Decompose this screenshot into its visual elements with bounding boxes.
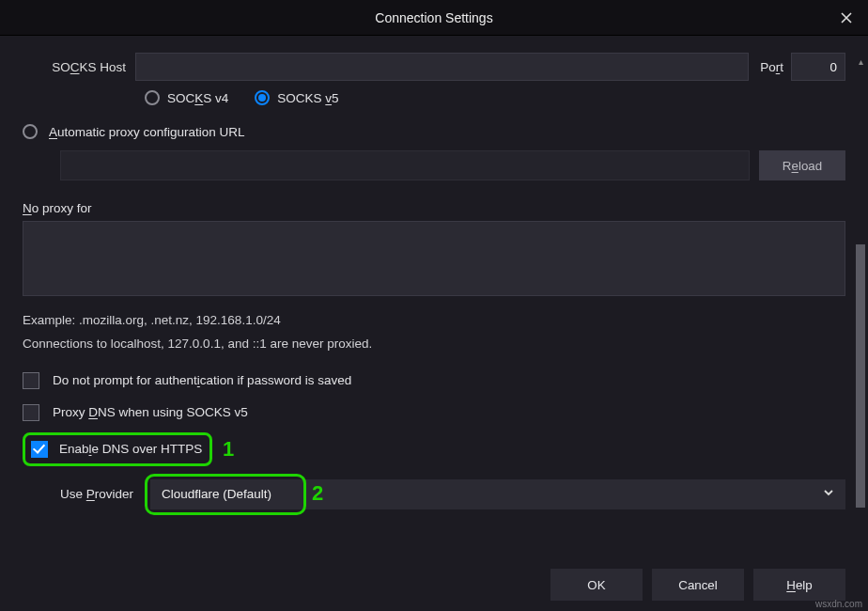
no-proxy-textarea[interactable] bbox=[23, 221, 845, 296]
annotation-2: 2 bbox=[312, 481, 323, 506]
titlebar: Connection Settings bbox=[0, 0, 868, 36]
help-button[interactable]: Help bbox=[753, 569, 845, 601]
provider-value: Cloudflare (Default) bbox=[162, 487, 271, 501]
annotation-1-box: Enable DNS over HTTPS 1 bbox=[23, 432, 212, 466]
socks-v5-radio[interactable]: SOCKS v5 bbox=[255, 90, 338, 105]
ok-button[interactable]: OK bbox=[550, 569, 643, 601]
socks-host-label: SOCKS Host bbox=[23, 60, 135, 74]
no-proxy-label: No proxy for bbox=[23, 201, 845, 215]
auto-config-radio[interactable]: Automatic proxy configuration URL bbox=[23, 124, 845, 139]
socks-port-input[interactable] bbox=[791, 53, 845, 81]
no-prompt-label: Do not prompt for authentication if pass… bbox=[53, 373, 351, 387]
socks-port-label: Port bbox=[749, 60, 791, 74]
socks-v5-label: SOCKS v5 bbox=[277, 91, 338, 105]
provider-label: Use Provider bbox=[60, 487, 139, 501]
no-proxy-example: Example: .mozilla.org, .net.nz, 192.168.… bbox=[23, 310, 845, 332]
no-proxy-note: Connections to localhost, 127.0.0.1, and… bbox=[23, 334, 845, 355]
close-icon bbox=[841, 12, 852, 24]
socks-host-input[interactable] bbox=[135, 53, 749, 81]
socks-version-group: SOCKS v4 SOCKS v5 bbox=[145, 90, 845, 105]
enable-doh-checkbox[interactable] bbox=[31, 441, 48, 458]
socks-host-row: SOCKS Host Port bbox=[23, 53, 845, 81]
watermark: wsxdn.com bbox=[815, 599, 862, 609]
radio-icon bbox=[145, 90, 160, 105]
provider-row: Use Provider Cloudflare (Default) 2 bbox=[60, 479, 845, 509]
scroll-thumb[interactable] bbox=[856, 244, 865, 508]
auto-config-row: Reload bbox=[60, 150, 845, 180]
provider-select[interactable]: Cloudflare (Default) bbox=[150, 479, 845, 509]
chevron-down-icon bbox=[823, 487, 834, 501]
checkbox-icon bbox=[23, 372, 39, 389]
enable-doh-label: Enable DNS over HTTPS bbox=[59, 442, 202, 456]
enable-doh-row: Enable DNS over HTTPS 1 bbox=[23, 432, 845, 466]
socks-v4-label: SOCKS v4 bbox=[167, 91, 228, 105]
annotation-1: 1 bbox=[223, 437, 234, 462]
vertical-scrollbar[interactable]: ▴ bbox=[855, 56, 866, 564]
dialog-title: Connection Settings bbox=[375, 10, 492, 25]
radio-icon bbox=[255, 90, 270, 105]
dialog-content: SOCKS Host Port SOCKS v4 SOCKS v5 Automa… bbox=[0, 36, 868, 573]
close-button[interactable] bbox=[834, 6, 859, 30]
no-prompt-checkbox[interactable]: Do not prompt for authentication if pass… bbox=[23, 372, 845, 389]
auto-config-label: Automatic proxy configuration URL bbox=[49, 125, 245, 139]
checkbox-icon bbox=[23, 404, 39, 421]
socks-v4-radio[interactable]: SOCKS v4 bbox=[145, 90, 228, 105]
cancel-button[interactable]: Cancel bbox=[652, 569, 744, 601]
radio-icon bbox=[23, 124, 38, 139]
proxy-dns-checkbox[interactable]: Proxy DNS when using SOCKS v5 bbox=[23, 404, 845, 421]
provider-select-wrap: Cloudflare (Default) 2 bbox=[150, 479, 845, 509]
proxy-dns-label: Proxy DNS when using SOCKS v5 bbox=[53, 405, 248, 419]
reload-button[interactable]: Reload bbox=[759, 150, 845, 180]
auto-config-url-input[interactable] bbox=[60, 150, 750, 180]
scroll-up-icon: ▴ bbox=[855, 56, 866, 70]
